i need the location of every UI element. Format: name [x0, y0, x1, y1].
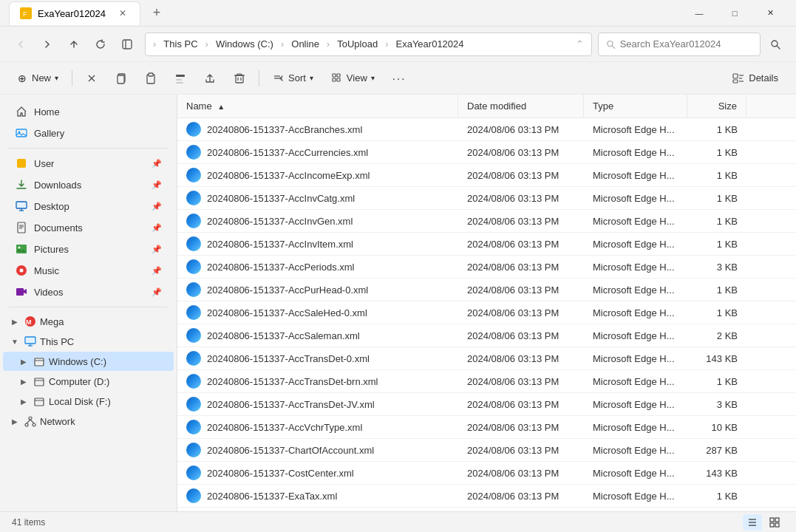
file-type: Microsoft Edge H... [584, 235, 687, 253]
minimize-button[interactable]: — [682, 1, 716, 25]
file-icon [186, 191, 201, 205]
file-size: 3 KB [687, 258, 746, 276]
sidebar-item-windows-c[interactable]: ▶ Windows (C:) [3, 352, 174, 371]
videos-label: Videos [34, 287, 146, 298]
sidebar-item-computer-d[interactable]: ▶ Computer (D:) [3, 372, 174, 391]
breadcrumb-toupload[interactable]: ToUpload [334, 37, 381, 51]
col-date-header[interactable]: Date modified [458, 95, 584, 117]
table-row[interactable]: 20240806-151337-AccTransDet-JV.xml 2024/… [177, 393, 796, 416]
table-row[interactable]: 20240806-151337-AccPeriods.xml 2024/08/0… [177, 256, 796, 279]
sort-button[interactable]: Sort ▾ [265, 66, 321, 90]
file-icon [186, 443, 201, 457]
details-button[interactable]: Details [724, 66, 787, 90]
sidebar-item-pictures[interactable]: Pictures 📌 [3, 239, 174, 259]
breadcrumb-this-pc[interactable]: This PC [160, 37, 200, 51]
file-date: 2024/08/06 03:13 PM [458, 464, 584, 482]
search-button[interactable] [763, 33, 787, 56]
col-type-header[interactable]: Type [584, 95, 687, 117]
file-icon [186, 214, 201, 228]
table-row[interactable]: 20240806-151337-AccInvCatg.xml 2024/08/0… [177, 187, 796, 210]
home-icon [15, 105, 28, 118]
address-bar[interactable]: › This PC › Windows (C:) › Online › ToUp… [145, 33, 592, 56]
videos-pin: 📌 [152, 287, 162, 297]
this-pc-expander[interactable]: ▼ [9, 335, 21, 347]
table-row[interactable]: 20240806-151337-AccInvItem.xml 2024/08/0… [177, 233, 796, 256]
table-row[interactable]: 20240806-151337-ExaTax.xml 2024/08/06 03… [177, 485, 796, 508]
mega-expander[interactable]: ▶ [9, 316, 21, 327]
tab-close-button[interactable]: ✕ [116, 7, 129, 20]
file-date: 2024/08/06 03:13 PM [458, 349, 584, 368]
search-input[interactable] [620, 38, 752, 50]
new-button[interactable]: ⊕ New ▾ [9, 66, 66, 90]
sidebar-item-mega[interactable]: ▶ M Mega [3, 312, 174, 331]
table-row[interactable]: 20240806-151337-AccSaleman.xml 2024/08/0… [177, 324, 796, 347]
sidebar-item-documents[interactable]: Documents 📌 [3, 217, 174, 238]
file-size: 143 KB [687, 464, 746, 482]
music-pin: 📌 [152, 266, 162, 276]
search-bar[interactable] [598, 33, 761, 56]
file-name-cell: 20240806-151337-AccSaleman.xml [177, 324, 458, 347]
sidebar-item-home[interactable]: Home [3, 101, 174, 122]
windows-c-expander[interactable]: ▶ [18, 355, 30, 367]
table-row[interactable]: 20240806-151337-AccTransDet-brn.xml 2024… [177, 370, 796, 393]
user-label: User [34, 158, 146, 169]
sidebar-item-local-f[interactable]: ▶ Local Disk (F:) [3, 392, 174, 411]
view-button[interactable]: View ▾ [324, 66, 382, 90]
paste-button[interactable] [137, 66, 164, 90]
active-tab[interactable]: F ExaYear012024 ✕ [9, 1, 140, 25]
copy-button[interactable] [108, 66, 135, 90]
file-type: Microsoft Edge H... [584, 418, 687, 437]
file-icon [186, 282, 201, 297]
table-row[interactable]: 20240806-151337-AccBranches.xml 2024/08/… [177, 118, 796, 141]
table-row[interactable]: 20240806-151337-AccSaleHed-0.xml 2024/08… [177, 301, 796, 324]
table-row[interactable]: 20240806-151337-CostCenter.xml 2024/08/0… [177, 462, 796, 485]
svg-rect-25 [337, 74, 340, 77]
forward-button[interactable] [35, 33, 59, 56]
table-row[interactable]: 20240806-151337-AccTransDet-0.xml 2024/0… [177, 347, 796, 370]
rename-button[interactable] [167, 66, 194, 90]
sidebar-item-desktop[interactable]: Desktop 📌 [3, 196, 174, 216]
breadcrumb-exayear[interactable]: ExaYear012024 [392, 37, 466, 51]
sidebar-item-network[interactable]: ▶ Network [3, 412, 174, 431]
table-row[interactable]: 20240806-151337-AccVchrType.xml 2024/08/… [177, 416, 796, 439]
sidebar-item-videos[interactable]: Videos 📌 [3, 282, 174, 302]
new-label: New [32, 72, 51, 83]
sidebar-item-music[interactable]: Music 📌 [3, 260, 174, 281]
table-row[interactable]: 20240806-151337-AccInvGen.xml 2024/08/06… [177, 210, 796, 233]
table-row[interactable]: 20240806-151337-AccCurrencies.xml 2024/0… [177, 141, 796, 164]
file-name: 20240806-151337-AccSaleHed-0.xml [207, 307, 367, 318]
rename-icon [174, 72, 186, 84]
network-expander[interactable]: ▶ [9, 415, 21, 427]
cut-button[interactable] [78, 66, 105, 90]
maximize-button[interactable]: □ [718, 1, 752, 25]
sidebar-item-downloads[interactable]: Downloads 📌 [3, 174, 174, 195]
computer-d-expander[interactable]: ▶ [18, 375, 30, 387]
col-size-header[interactable]: Size [687, 95, 746, 117]
table-row[interactable]: 20240806-151337-ChartOfAccount.xml 2024/… [177, 439, 796, 462]
more-button[interactable]: ··· [385, 66, 414, 90]
sidebar-item-gallery[interactable]: Gallery [3, 123, 174, 143]
sidebar-item-user[interactable]: User 📌 [3, 153, 174, 174]
table-row[interactable]: 20240806-151337-AccIncomeExp.xml 2024/08… [177, 164, 796, 187]
toggle-nav-button[interactable] [115, 33, 139, 56]
local-f-expander[interactable]: ▶ [18, 395, 30, 407]
svg-rect-36 [16, 202, 27, 208]
refresh-button[interactable] [89, 33, 112, 56]
breadcrumb-windows-c[interactable]: Windows (C:) [213, 37, 276, 51]
list-view-button[interactable] [743, 514, 762, 531]
table-row[interactable]: 20240806-151337-AccPurHead-0.xml 2024/08… [177, 279, 796, 301]
sidebar-item-this-pc[interactable]: ▼ This PC [3, 332, 174, 351]
col-name-header[interactable]: Name ▲ [177, 95, 458, 117]
desktop-pin: 📌 [152, 202, 162, 211]
back-button[interactable] [9, 33, 33, 56]
breadcrumb-online[interactable]: Online [288, 37, 322, 51]
new-tab-button[interactable]: + [146, 3, 167, 24]
share-button[interactable] [197, 66, 223, 90]
delete-button[interactable] [226, 66, 253, 90]
file-date: 2024/08/06 03:13 PM [458, 120, 584, 139]
delete-icon [234, 72, 245, 84]
grid-view-button[interactable] [765, 514, 784, 531]
file-list: Name ▲ Date modified Type Size 20240806-… [177, 95, 796, 511]
close-button[interactable]: ✕ [753, 1, 787, 25]
up-button[interactable] [62, 33, 86, 56]
